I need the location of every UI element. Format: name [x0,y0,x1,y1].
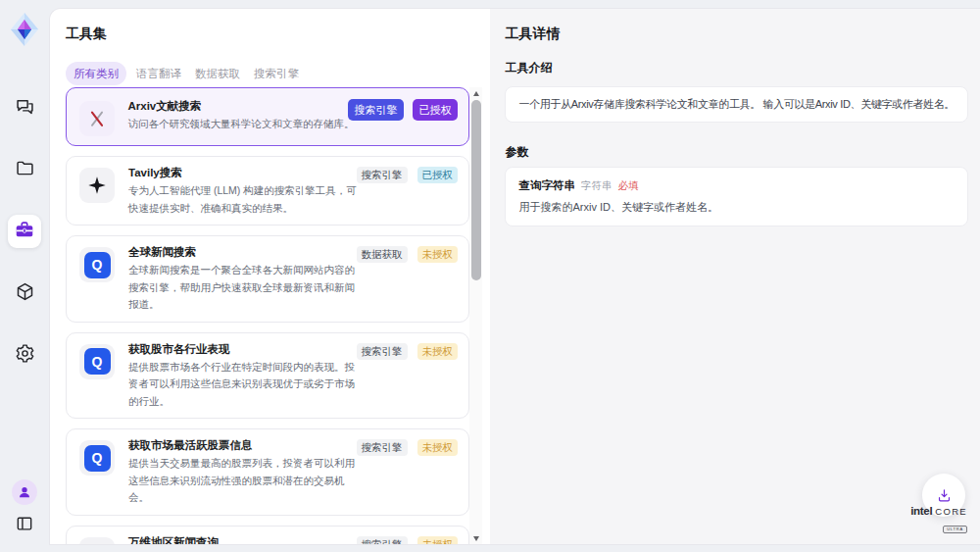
tool-description: 访问各个研究领域大量科学论文和文章的存储库。 [128,116,362,133]
active-stocks-icon: Q [79,440,115,476]
app-logo-icon [9,12,40,47]
tool-name: 万维地区新闻查询 [128,534,373,546]
core-wordmark: CORE [935,506,967,517]
tab-data-fetch[interactable]: 数据获取 [191,62,244,85]
chat-icon [15,96,35,121]
collapse-sidebar-button[interactable] [8,511,41,540]
tool-description: 专为人工智能代理 (LLM) 构建的搜索引擎工具，可快速提供实时、准确和真实的结… [128,182,362,217]
auth-status-tag: 未授权 [417,536,459,546]
detail-title: 工具详情 [505,25,968,41]
folder-icon [15,158,35,182]
param-description: 用于搜索的Arxiv ID、关键字或作者姓名。 [518,201,955,214]
tavily-icon [79,168,115,203]
tool-description: 全球新闻搜索是一个聚合全球各大新闻网站内容的搜索引擎，帮助用户快速获取全球最新资… [128,262,362,314]
panel-toggle-icon [15,514,34,537]
global-news-icon: Q [79,247,115,282]
tool-detail-panel: 工具详情 工具介绍 一个用于从Arxiv存储库搜索科学论文和文章的工具。 输入可… [490,9,980,544]
category-tag: 数据获取 [357,246,408,263]
auth-status-tag: 未授权 [417,439,459,456]
regional-news-icon [79,537,115,546]
tool-description: 提供当天交易量最高的股票列表，投资者可以利用这些信息来识别流动性强的股票和潜在的… [128,455,362,507]
sidebar-item-toolbox[interactable] [8,215,41,248]
gear-icon [15,343,35,368]
category-tabs: 所有类别 语言翻译 数据获取 搜索引擎 [66,62,490,85]
tool-card-regional-news[interactable]: 万维地区新闻查询 查询具体行政区划内的新闻，快速了解各地新闻动 搜索引擎 未授权 [66,526,469,546]
intel-core-logo: intel CORE ULTRA [910,505,967,534]
tool-name: 获取股市各行业表现 [128,341,373,357]
stock-sectors-icon: Q [79,344,115,379]
main-container: 工具集 所有类别 语言翻译 数据获取 搜索引擎 Arxiv文献搜索 访问各个研究… [49,8,980,545]
tool-card-arxiv[interactable]: Arxiv文献搜索 访问各个研究领域大量科学论文和文章的存储库。 搜索引擎 已授… [66,87,469,146]
auth-status-tag: 未授权 [417,246,459,263]
sidebar-item-package[interactable] [8,276,41,310]
tool-card-active-stocks[interactable]: Q 获取市场最活跃股票信息 提供当天交易量最高的股票列表，投资者可以利用这些信息… [66,428,469,516]
category-tag: 搜索引擎 [357,167,408,183]
category-tag: 搜索引擎 [357,343,408,360]
tool-name: 获取市场最活跃股票信息 [128,437,373,453]
app-sidebar [0,0,49,552]
tool-name: Arxiv文献搜索 [128,98,373,114]
category-button[interactable]: 搜索引擎 [348,99,404,121]
category-tag: 搜索引擎 [357,536,408,546]
tool-description: 提供股票市场各个行业在特定时间段内的表现。投资者可以利用这些信息来识别表现优于或… [128,359,362,411]
toolbox-icon [14,219,35,244]
tab-all-categories[interactable]: 所有类别 [66,62,126,85]
tool-name: 全球新闻搜索 [128,244,373,260]
category-tag: 搜索引擎 [357,439,408,456]
tool-card-stock-sectors[interactable]: Q 获取股市各行业表现 提供股票市场各个行业在特定时间段内的表现。投资者可以利用… [66,332,469,420]
auth-status-button[interactable]: 已授权 [413,99,458,121]
params-heading: 参数 [505,145,968,159]
sidebar-nav [8,91,41,372]
tab-translation[interactable]: 语言翻译 [132,62,185,85]
scroll-up-arrow[interactable] [469,87,482,99]
param-required-badge: 必填 [617,179,638,193]
param-type: 字符串 [581,179,612,193]
intel-ultra-badge: ULTRA [943,526,967,533]
tool-card-global-news[interactable]: Q 全球新闻搜索 全球新闻搜索是一个聚合全球各大新闻网站内容的搜索引擎，帮助用户… [66,235,469,323]
auth-status-tag: 未授权 [417,343,459,360]
user-avatar[interactable] [12,479,37,505]
list-scrollbar[interactable] [469,87,482,544]
scrollbar-thumb[interactable] [471,100,481,280]
sidebar-item-folder[interactable] [8,153,41,186]
tool-intro-text: 一个用于从Arxiv存储库搜索科学论文和文章的工具。 输入可以是Arxiv ID… [505,86,968,123]
auth-status-tag: 已授权 [417,167,459,183]
sidebar-item-chat[interactable] [8,91,41,125]
tool-list: Arxiv文献搜索 访问各个研究领域大量科学论文和文章的存储库。 搜索引擎 已授… [66,87,469,545]
arxiv-icon [79,101,115,136]
toolset-panel: 工具集 所有类别 语言翻译 数据获取 搜索引擎 Arxiv文献搜索 访问各个研究… [50,9,490,544]
toolset-title: 工具集 [66,25,490,41]
tool-card-tavily[interactable]: Tavily搜索 专为人工智能代理 (LLM) 构建的搜索引擎工具，可快速提供实… [66,156,469,226]
parameter-card: 查询字符串 字符串 必填 用于搜索的Arxiv ID、关键字或作者姓名。 [505,167,968,226]
tab-search-engine[interactable]: 搜索引擎 [250,62,303,85]
intel-wordmark: intel [910,505,932,517]
intro-heading: 工具介绍 [505,61,968,75]
scroll-down-arrow[interactable] [469,532,482,544]
tool-name: Tavily搜索 [128,165,373,180]
package-icon [15,281,35,306]
param-name: 查询字符串 [518,178,575,192]
sidebar-item-settings[interactable] [8,338,41,372]
